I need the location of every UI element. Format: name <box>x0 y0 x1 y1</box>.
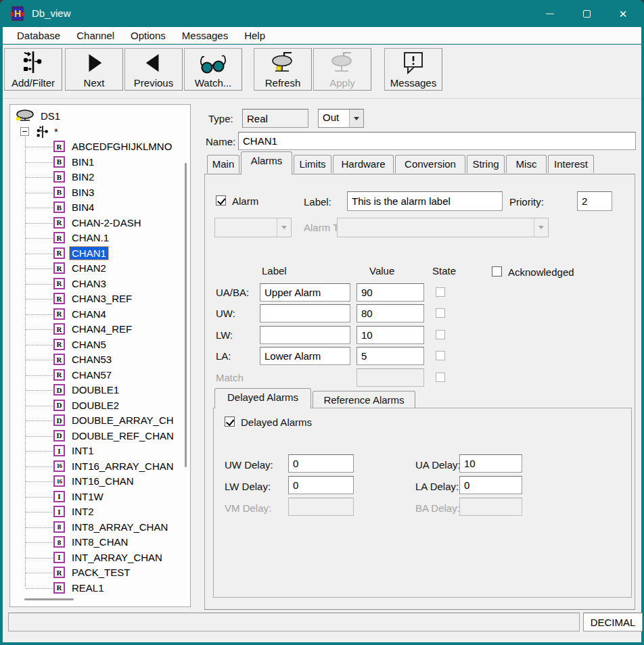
tree-item[interactable]: B BIN3 <box>10 185 190 201</box>
tab-hardware[interactable]: Hardware <box>333 155 394 173</box>
maximize-button[interactable] <box>571 0 602 27</box>
tree-item[interactable]: R CHAN5 <box>10 337 190 353</box>
ua-delay-field[interactable] <box>459 454 522 473</box>
tree-item[interactable]: B BIN2 <box>10 170 190 185</box>
tab-conversion[interactable]: Conversion <box>395 155 465 173</box>
apply-button[interactable]: Apply <box>313 48 371 91</box>
tree-item-label: CHAN5 <box>70 338 108 351</box>
tree-item[interactable]: R CHAN2 <box>10 261 190 277</box>
la-label-field[interactable] <box>260 347 350 365</box>
tree-item[interactable]: B BIN4 <box>10 200 190 216</box>
previous-button[interactable]: Previous <box>124 48 183 91</box>
tree-item[interactable]: D DOUBLE1 <box>10 383 190 398</box>
main-area: DS1 * R ABCEDFGHIJKLMNO <box>3 99 641 642</box>
alarm-type-combo <box>337 218 549 237</box>
menu-channel[interactable]: Channel <box>69 28 122 43</box>
menu-database[interactable]: Database <box>9 28 68 43</box>
collapse-icon[interactable] <box>20 127 29 136</box>
la-delay-field[interactable] <box>459 476 522 494</box>
direction-dropdown-button[interactable] <box>349 110 363 127</box>
tab-string[interactable]: String <box>467 155 505 173</box>
tree-item-label: DOUBLE_REF_CHAN <box>70 429 176 442</box>
tree-item[interactable]: R PACK_TEST <box>10 565 190 581</box>
vm-delay-field <box>288 498 354 516</box>
tab-alarms[interactable]: Alarms <box>241 151 292 174</box>
uw-delay-field[interactable] <box>288 454 354 473</box>
tree-item[interactable]: 16 INT16_ARRAY_CHAN <box>10 459 190 475</box>
tree-item[interactable]: I INT_ARRAY_CHAN <box>10 550 190 566</box>
tree-item[interactable]: B BIN1 <box>10 155 190 170</box>
status-mode-badge[interactable]: DECIMAL <box>583 613 643 631</box>
uw-value-field[interactable] <box>356 304 424 322</box>
close-button[interactable]: ✕ <box>607 0 639 27</box>
tree-item[interactable]: R ABCEDFGHIJKLMNO <box>10 139 190 155</box>
tree-item[interactable]: R CHAN.1 <box>10 231 190 246</box>
tree-item[interactable]: 16 INT16_CHAN <box>10 474 190 489</box>
chevron-down-icon <box>281 226 287 229</box>
tree-item[interactable]: R CHAN57 <box>10 368 190 383</box>
tree-root-label: DS1 <box>39 110 62 122</box>
name-field[interactable] <box>238 132 636 150</box>
tree-item-label: INT2 <box>70 505 96 518</box>
alarm-label-field[interactable] <box>347 191 503 211</box>
lw-value-field[interactable] <box>356 326 424 344</box>
tree-item[interactable]: 8 INT8_ARRAY_CHAN <box>10 520 190 535</box>
tree-item[interactable]: D DOUBLE_ARRAY_CH <box>10 413 190 429</box>
uaba-value-field[interactable] <box>356 283 424 302</box>
tab-delayed-alarms[interactable]: Delayed Alarms <box>214 388 311 408</box>
tree-item[interactable]: D DOUBLE2 <box>10 398 190 414</box>
next-button[interactable]: Next <box>65 48 123 91</box>
app-icon: H <box>10 6 25 21</box>
direction-combo[interactable]: Out <box>318 109 364 128</box>
tab-main[interactable]: Main <box>207 155 239 173</box>
tree-item[interactable]: I INT1W <box>10 489 190 505</box>
tree-horizontal-scrollbar[interactable] <box>24 598 74 600</box>
tree-item[interactable]: R CHAN-2-DASH <box>10 216 190 231</box>
menu-messages[interactable]: Messages <box>175 28 235 43</box>
row-label-uw: UW: <box>216 308 235 319</box>
tree-item[interactable]: 8 INT8_CHAN <box>10 535 190 550</box>
tab-reference-alarms[interactable]: Reference Alarms <box>313 391 415 408</box>
priority-field[interactable] <box>577 191 612 211</box>
acknowledged-label: Acknowledged <box>508 266 574 278</box>
tree-item[interactable]: R CHAN3_REF <box>10 291 190 307</box>
tree-item[interactable]: R CHAN4_REF <box>10 322 190 337</box>
tree-item-label: REAL1 <box>70 581 106 594</box>
minimize-button[interactable] <box>534 0 566 27</box>
tab-interest[interactable]: Interest <box>548 155 594 173</box>
tree-item[interactable]: I INT2 <box>10 504 190 520</box>
tree-item[interactable]: R CHAN53 <box>10 352 190 368</box>
row-label-uaba: UA/BA: <box>216 287 249 298</box>
tree-item[interactable]: D DOUBLE_REF_CHAN <box>10 429 190 444</box>
tree-item[interactable]: R CHAN4 <box>10 307 190 322</box>
lw-delay-field[interactable] <box>288 476 354 494</box>
window-title: Db_view <box>32 7 71 19</box>
tab-misc[interactable]: Misc <box>506 155 547 173</box>
tree-item-label: CHAN53 <box>70 353 114 366</box>
add-filter-button[interactable]: Add/Filter <box>4 48 62 91</box>
menu-options[interactable]: Options <box>123 28 173 43</box>
watch-button[interactable]: Watch... <box>184 48 242 91</box>
tree-root-row[interactable]: DS1 <box>10 109 190 124</box>
messages-button[interactable]: Messages <box>384 48 442 91</box>
tree-item[interactable]: I INT1 <box>10 444 190 459</box>
tree-item[interactable]: R REAL1 <box>10 581 190 596</box>
channel-type-icon: R <box>53 369 65 381</box>
uaba-label-field[interactable] <box>260 283 350 302</box>
refresh-button[interactable]: Refresh <box>254 48 312 91</box>
alarm-checkbox[interactable] <box>216 195 226 206</box>
tree-item[interactable]: R CHAN1 <box>10 246 190 262</box>
lw-label-field[interactable] <box>260 326 350 344</box>
uw-label-field[interactable] <box>260 304 350 322</box>
channel-type-icon: R <box>53 354 65 365</box>
tree-item-label: DOUBLE1 <box>70 383 121 396</box>
tree-vertical-scrollbar[interactable] <box>185 163 187 467</box>
tree-group-row[interactable]: * <box>10 124 190 140</box>
la-value-field[interactable] <box>356 347 424 365</box>
tree-item[interactable]: R CHAN3 <box>10 277 190 292</box>
tab-limits[interactable]: Limits <box>294 155 331 173</box>
delayed-alarms-checkbox[interactable] <box>225 416 235 427</box>
tree-item-label: PACK_TEST <box>70 566 132 579</box>
acknowledged-checkbox[interactable] <box>492 266 502 277</box>
menu-help[interactable]: Help <box>237 28 273 43</box>
